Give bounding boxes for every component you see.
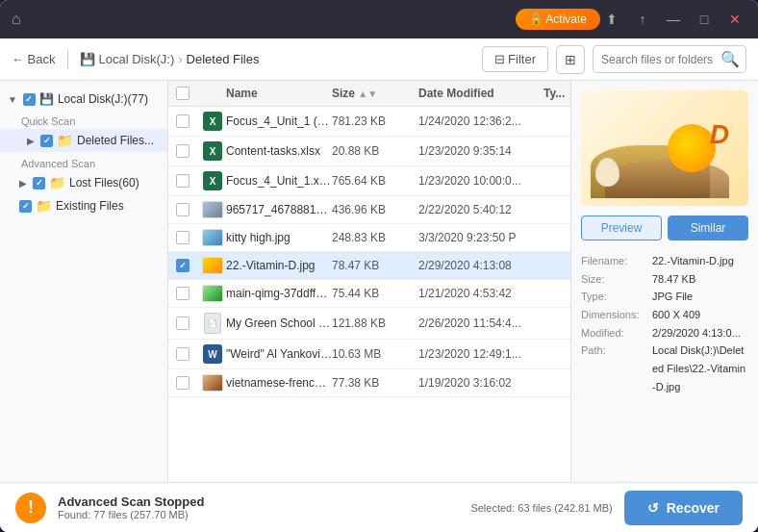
recover-button[interactable]: ↺ Recover (624, 491, 743, 525)
row-checkbox[interactable] (176, 376, 190, 390)
header-name-col[interactable]: Name (226, 87, 332, 100)
activate-button[interactable]: 🔒 Activate (516, 9, 600, 30)
header-checkbox[interactable] (176, 87, 190, 100)
row-checkbox[interactable] (176, 203, 190, 216)
preview-tab-button[interactable]: Preview (581, 215, 662, 241)
food-pile-2 (605, 160, 729, 198)
table-row[interactable]: 22.-Vitamin-D.jpg 78.47 KB 2/29/2020 4:1… (168, 252, 570, 280)
title-bar-actions: ⬆ ↑ — □ ✕ (600, 8, 746, 31)
type-value: JPG File (652, 288, 693, 306)
file-date: 2/29/2020 4:13:08 (418, 259, 543, 272)
path-label: Path: (581, 342, 648, 395)
row-checkbox[interactable] (176, 231, 190, 244)
col-date-label: Date Modified (418, 87, 494, 100)
expand-arrow-icon: ▼ (8, 94, 17, 105)
sidebar-item-deleted-files[interactable]: ▶ 📁 Deleted Files... (0, 129, 167, 152)
file-name: "Weird" Al Yankovic - Amis... (226, 347, 332, 361)
row-checkbox[interactable] (176, 259, 190, 272)
file-size: 77.38 KB (332, 376, 418, 390)
nav-right: ⊟ Filter ⊞ 🔍 (482, 45, 747, 74)
status-title: Advanced Scan Stopped (58, 494, 459, 509)
file-info: Filename: 22.-Vitamin-D.jpg Size: 78.47 … (581, 252, 748, 396)
folder-icon: 📁 (57, 133, 73, 148)
breadcrumb-sep: › (178, 52, 182, 66)
recover-icon: ↺ (647, 500, 659, 516)
row-checkbox[interactable] (176, 144, 190, 158)
orange-circle (668, 124, 716, 172)
lost-files-label: Lost Files(60) (69, 176, 139, 190)
file-name: kitty high.jpg (226, 231, 332, 244)
row-checkbox[interactable] (176, 174, 190, 188)
header-check-col (176, 87, 199, 100)
similar-tab-button[interactable]: Similar (668, 215, 748, 241)
back-button[interactable]: ← Back (12, 52, 56, 66)
sidebar-item-drive[interactable]: ▼ 💾 Local Disk(J:)(77) (0, 89, 167, 110)
file-size: 78.47 KB (332, 259, 418, 272)
table-row[interactable]: W "Weird" Al Yankovic - Amis... 10.63 MB… (168, 340, 570, 369)
filename-value: 22.-Vitamin-D.jpg (652, 252, 734, 270)
excel-icon: X (203, 112, 222, 131)
existing-files-checkbox[interactable] (19, 200, 32, 213)
table-row[interactable]: X Content-tasks.xlsx 20.88 KB 1/23/2020 … (168, 137, 570, 166)
drive-label-sidebar: Local Disk(J:)(77) (58, 92, 148, 106)
sidebar: ▼ 💾 Local Disk(J:)(77) Quick Scan ▶ 📁 De… (0, 81, 168, 482)
recover-label: Recover (667, 500, 720, 516)
deleted-files-checkbox[interactable] (40, 135, 53, 147)
header-date-col[interactable]: Date Modified (418, 87, 543, 100)
view-toggle-button[interactable]: ⊞ (556, 45, 585, 74)
preview-image: D (581, 90, 748, 206)
row-checkbox[interactable] (176, 287, 190, 300)
table-row[interactable]: vietnamese-french-german... 77.38 KB 1/1… (168, 369, 570, 397)
expand-arrow-lost: ▶ (19, 178, 27, 189)
search-input[interactable] (601, 53, 717, 66)
modified-value: 2/29/2020 4:13:0... (652, 324, 741, 342)
file-table-header: Name Size ▲▼ Date Modified Ty... (168, 81, 570, 107)
home-icon[interactable]: ⌂ (12, 11, 21, 28)
search-icon[interactable]: 🔍 (720, 50, 740, 68)
warning-icon: ! (15, 493, 46, 523)
file-name: 22.-Vitamin-D.jpg (226, 259, 332, 272)
excel-icon: X (203, 141, 222, 161)
file-date: 1/24/2020 12:36:2... (418, 114, 543, 128)
lost-files-checkbox[interactable] (33, 177, 45, 190)
file-name: Focus_4_Unit_1.xlsx (226, 174, 332, 188)
selected-info: Selected: 63 files (242.81 MB) (470, 502, 612, 514)
filter-button[interactable]: ⊟ Filter (482, 46, 549, 72)
file-date: 2/26/2020 11:54:4... (418, 317, 543, 330)
file-size: 121.88 KB (332, 317, 418, 330)
dimensions-label: Dimensions: (581, 306, 648, 324)
table-row[interactable]: X Focus_4_Unit_1.xlsx 765.64 KB 1/23/202… (168, 166, 570, 196)
minimize-button[interactable]: — (662, 8, 685, 31)
table-row[interactable]: kitty high.jpg 248.83 KB 3/3/2020 9:23:5… (168, 224, 570, 252)
row-checkbox[interactable] (176, 114, 190, 128)
file-info-modified-row: Modified: 2/29/2020 4:13:0... (581, 324, 748, 342)
close-button[interactable]: ✕ (723, 8, 746, 31)
upload-button[interactable]: ↑ (631, 8, 654, 31)
drive-checkbox[interactable] (23, 93, 36, 106)
row-checkbox[interactable] (176, 347, 190, 361)
table-row[interactable]: 📄 My Green School Final Insi... 121.88 K… (168, 308, 570, 340)
path-value: Local Disk(J:)\Deleted Files\22.-Vitamin… (652, 342, 748, 395)
maximize-button[interactable]: □ (693, 8, 716, 31)
file-size: 10.63 MB (332, 347, 418, 361)
filename-label: Filename: (581, 252, 648, 270)
table-row[interactable]: main-qimg-37ddff787ab3e... 75.44 KB 1/21… (168, 280, 570, 308)
preview-panel: D Preview Similar Filename: 22.-Vitamin-… (570, 81, 758, 482)
table-row[interactable]: X Focus_4_Unit_1 (1).xlsx 781.23 KB 1/24… (168, 107, 570, 137)
file-name: My Green School Final Insi... (226, 317, 332, 330)
row-checkbox[interactable] (176, 317, 190, 330)
existing-files-folder-icon: 📁 (36, 198, 52, 214)
share-button[interactable]: ⬆ (600, 8, 623, 31)
header-size-col[interactable]: Size ▲▼ (332, 87, 418, 100)
dimensions-value: 600 X 409 (652, 306, 700, 324)
col-name-label: Name (226, 87, 258, 100)
sidebar-item-existing-files[interactable]: 📁 Existing Files (0, 194, 167, 217)
sidebar-item-lost-files[interactable]: ▶ 📁 Lost Files(60) (0, 171, 167, 194)
file-info-dimensions-row: Dimensions: 600 X 409 (581, 306, 748, 324)
generic-file-icon: 📄 (204, 313, 221, 334)
image-thumbnail (202, 229, 223, 246)
app-window: ⌂ 🔒 Activate ⬆ ↑ — □ ✕ ← Back 💾 Local Di… (0, 0, 758, 532)
table-row[interactable]: 965717_46788819328634... 436.96 KB 2/22/… (168, 196, 570, 224)
breadcrumb-drive[interactable]: 💾 Local Disk(J:) (80, 52, 175, 66)
file-size: 436.96 KB (332, 203, 418, 216)
